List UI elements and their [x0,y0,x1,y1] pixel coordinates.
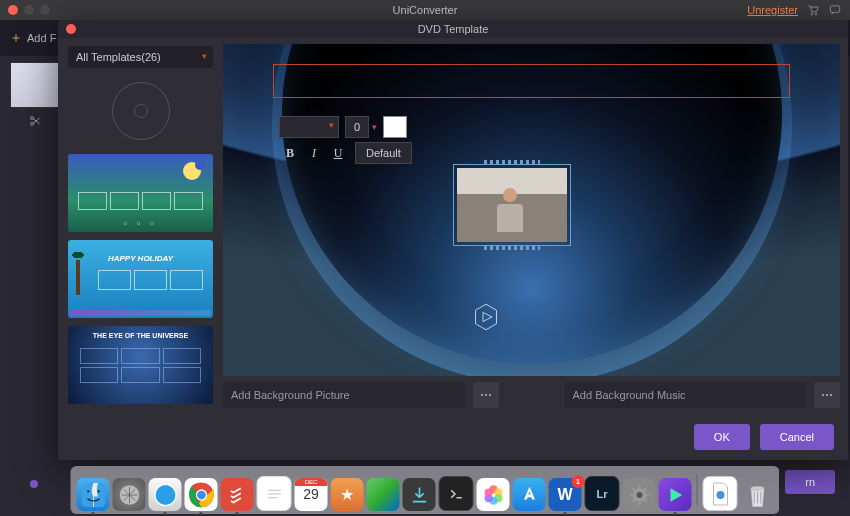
dialog-title: DVD Template [418,23,489,35]
dock-wunderlist-icon[interactable]: ★ [331,478,364,511]
dock-finder-icon[interactable] [77,478,110,511]
dock-notes-icon[interactable] [257,476,292,511]
dock-safari-icon[interactable] [149,478,182,511]
add-file-label: Add F [27,32,56,44]
dock-terminal-icon[interactable] [439,476,474,511]
browse-picture-button[interactable]: ⋯ [473,382,499,408]
scissors-icon[interactable] [28,114,42,128]
progress-handle[interactable] [30,480,38,488]
svg-point-26 [716,491,724,499]
dock-appstore-icon[interactable] [513,478,546,511]
svg-point-16 [197,490,206,499]
svg-point-23 [484,488,492,496]
svg-point-1 [815,13,817,15]
macos-dock: DEC29 ★ W1 Lr [71,466,780,514]
close-window-button[interactable] [8,5,18,15]
svg-point-0 [811,13,813,15]
bold-button[interactable]: B [279,143,301,163]
dock-download-icon[interactable] [403,478,436,511]
dock-todoist-icon[interactable] [221,478,254,511]
template-sidebar: All Templates(26) ○ ○ ○ HAPPY HOLIDAY TH… [58,38,223,414]
font-family-select[interactable] [279,116,339,138]
dock-uniconverter-icon[interactable] [659,478,692,511]
dock-trash-icon[interactable] [741,478,774,511]
svg-rect-2 [830,6,839,12]
play-button[interactable] [471,302,501,332]
template-item-eye-universe[interactable]: THE EYE OF THE UNIVERSE [68,326,213,404]
dock-calendar-icon[interactable]: DEC29 [295,478,328,511]
macos-titlebar: UniConverter Unregister [0,0,850,20]
font-size-input[interactable]: 0 [345,116,369,138]
dock-lightroom-icon[interactable]: Lr [585,476,620,511]
svg-marker-6 [476,304,497,330]
template-item-happy-holiday[interactable]: HAPPY HOLIDAY [68,240,213,318]
dialog-titlebar: DVD Template [58,20,848,38]
cart-icon[interactable] [806,3,820,17]
default-style-button[interactable]: Default [355,142,412,164]
dialog-footer: OK Cancel [58,414,848,460]
disc-preview [68,76,213,146]
title-text-box[interactable] [273,64,790,98]
template-item-nice-dream[interactable]: ○ ○ ○ [68,154,213,232]
dvd-template-dialog: DVD Template All Templates(26) ○ ○ ○ HAP… [58,20,848,460]
dock-recent-doc-icon[interactable] [703,476,738,511]
add-file-button[interactable]: Add F [10,32,56,44]
app-title: UniConverter [393,4,458,16]
chat-icon[interactable] [828,3,842,17]
dock-separator [697,475,698,505]
dock-maps-icon[interactable] [367,478,400,511]
svg-point-10 [97,490,99,492]
background-music-input[interactable]: Add Background Music [565,382,807,408]
text-format-toolbar: 0 B I U Default [279,116,412,164]
dock-chrome-icon[interactable] [185,478,218,511]
burn-button[interactable]: rn [785,470,835,494]
ok-button[interactable]: OK [694,424,750,450]
window-controls [8,5,50,15]
word-badge: 1 [572,475,585,488]
svg-point-25 [636,492,642,498]
disc-icon [112,82,170,140]
svg-marker-7 [483,313,492,322]
chapter-video-frame[interactable] [453,164,571,246]
italic-button[interactable]: I [303,143,325,163]
svg-point-27 [750,486,763,490]
font-color-picker[interactable] [383,116,407,138]
template-preview-canvas[interactable]: 0 B I U Default [223,44,840,376]
underline-button[interactable]: U [327,143,349,163]
dock-system-prefs-icon[interactable] [623,478,656,511]
dock-launchpad-icon[interactable] [113,478,146,511]
dialog-close-button[interactable] [66,24,76,34]
minimize-window-button[interactable] [24,5,34,15]
cancel-button[interactable]: Cancel [760,424,834,450]
svg-point-9 [87,490,89,492]
template-filter-select[interactable]: All Templates(26) [68,46,213,68]
dock-photos-icon[interactable] [477,478,510,511]
dock-word-icon[interactable]: W1 [549,478,582,511]
preview-column: 0 B I U Default [223,38,848,414]
unregister-link[interactable]: Unregister [747,4,798,16]
browse-music-button[interactable]: ⋯ [814,382,840,408]
zoom-window-button[interactable] [40,5,50,15]
background-picture-input[interactable]: Add Background Picture [223,382,465,408]
